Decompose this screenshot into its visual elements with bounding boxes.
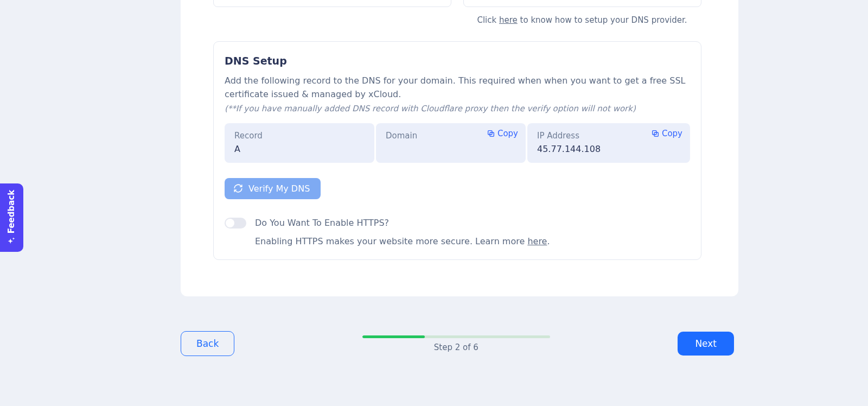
- top-input-right[interactable]: [463, 0, 701, 7]
- helper-suffix: to know how to setup your DNS provider.: [520, 15, 687, 25]
- top-inputs-row: [213, 0, 701, 7]
- dns-provider-help-link[interactable]: here: [499, 15, 518, 25]
- dns-setup-description: Add the following record to the DNS for …: [225, 74, 690, 101]
- dns-setup-note: (**If you have manually added DNS record…: [225, 104, 690, 113]
- copy-label: Copy: [497, 129, 518, 138]
- copy-label: Copy: [662, 129, 682, 138]
- progress-text: Step 2 of 6: [434, 342, 478, 352]
- feedback-tab[interactable]: Feedback: [0, 183, 23, 252]
- dns-setup-title: DNS Setup: [225, 55, 690, 67]
- https-toggle-label: Do You Want To Enable HTTPS?: [255, 218, 389, 228]
- progress-track: [362, 335, 550, 338]
- https-learn-more-link[interactable]: here: [527, 236, 547, 246]
- https-subtext: Enabling HTTPS makes your website more s…: [255, 236, 690, 246]
- toggle-knob: [226, 219, 234, 227]
- wizard-footer: Back Step 2 of 6 Next: [181, 331, 734, 356]
- viewport: Click here to know how to setup your DNS…: [0, 0, 868, 406]
- dns-record-label: Record: [234, 131, 365, 141]
- dns-setup-panel: DNS Setup Add the following record to th…: [213, 41, 701, 260]
- https-toggle[interactable]: [225, 218, 246, 229]
- copy-icon: [651, 129, 660, 138]
- refresh-icon: [233, 183, 243, 193]
- copy-icon: [487, 129, 495, 138]
- dns-record-card-ip: Copy IP Address 45.77.144.108: [527, 123, 690, 163]
- dns-record-cards: Record A Copy Domain Copy IP Address 45: [225, 123, 690, 163]
- dns-record-card-record: Record A: [225, 123, 374, 163]
- copy-domain-button[interactable]: Copy: [487, 129, 518, 138]
- https-toggle-row: Do You Want To Enable HTTPS?: [225, 218, 690, 229]
- next-button[interactable]: Next: [678, 332, 734, 356]
- back-button[interactable]: Back: [181, 331, 234, 356]
- https-sub-prefix: Enabling HTTPS makes your website more s…: [255, 236, 527, 246]
- progress-indicator: Step 2 of 6: [362, 335, 550, 352]
- progress-fill: [362, 335, 425, 338]
- feedback-label: Feedback: [7, 190, 17, 233]
- https-sub-suffix: .: [547, 236, 550, 246]
- dns-record-value: A: [234, 144, 365, 154]
- verify-dns-button[interactable]: Verify My DNS: [225, 178, 321, 199]
- helper-prefix: Click: [477, 15, 499, 25]
- verify-dns-label: Verify My DNS: [248, 183, 310, 194]
- dns-provider-help-text: Click here to know how to setup your DNS…: [463, 15, 701, 25]
- dns-ip-value: 45.77.144.108: [537, 144, 680, 154]
- copy-ip-button[interactable]: Copy: [651, 129, 682, 138]
- dns-record-card-domain: Copy Domain: [376, 123, 526, 163]
- sparkle-icon: [8, 237, 16, 245]
- top-input-left[interactable]: [213, 0, 451, 7]
